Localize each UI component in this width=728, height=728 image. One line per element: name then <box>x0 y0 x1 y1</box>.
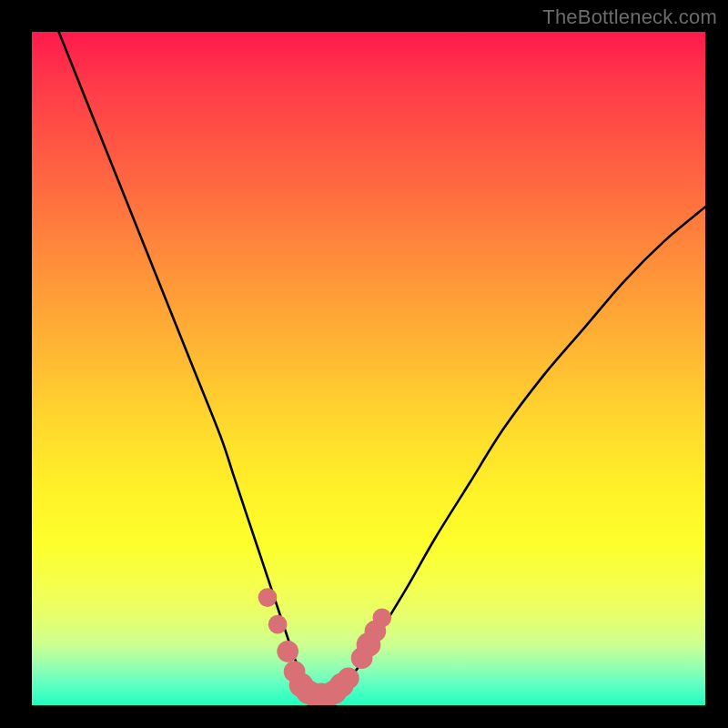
marker-point <box>268 615 288 634</box>
marker-point <box>277 641 298 662</box>
chart-plot-area <box>32 32 705 705</box>
curve-layer <box>59 32 705 695</box>
marker-point <box>338 668 359 690</box>
chart-frame: TheBottleneck.com <box>0 0 728 728</box>
watermark-text: TheBottleneck.com <box>542 5 717 29</box>
marker-point <box>372 608 391 627</box>
chart-svg <box>32 32 705 705</box>
marker-point <box>258 588 278 607</box>
bottleneck-curve <box>59 32 705 695</box>
